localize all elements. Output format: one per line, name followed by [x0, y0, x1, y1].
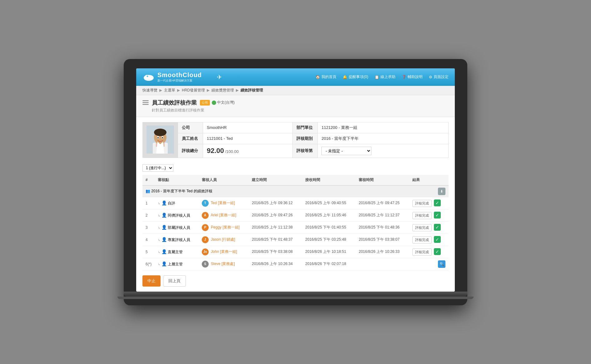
row-6-result: 🔍 [409, 258, 449, 270]
reviewer-link-3[interactable]: Peggy [業務一組] [211, 225, 240, 229]
row-5-checkpoint: ↳ 👤 直屬主管 [155, 246, 198, 258]
abort-button[interactable]: 中止 [142, 275, 161, 287]
settings-icon: ⚙ [429, 75, 432, 79]
row-5-review-time: 2016/8/26 上午 10:26:33 [355, 246, 409, 258]
row-1-checkpoint: ↳ 👤 自評 [155, 197, 198, 209]
menu-icon[interactable] [142, 100, 149, 105]
row-5-status-btn[interactable]: 評核完成 [412, 248, 432, 256]
row-2-checkpoint: ↳ 👤 同儕評核人員 [155, 209, 198, 221]
workflow-table: # 審核點 審核人員 建立時間 接收時間 審核時間 結果 [142, 175, 449, 270]
score-max: /100.00 [225, 149, 239, 154]
nav-alerts[interactable]: 🔔 提醒事項(0) [343, 74, 368, 80]
row-5-create-time: 2016/8/25 下午 03:38:08 [249, 246, 302, 258]
row-1-review-time: 2016/8/25 上午 09:47:25 [355, 197, 409, 209]
workflow-row-5: 5 ↳ 👤 直屬主管 Jo John [業務一組] 2016/8/25 下午 0… [142, 246, 449, 258]
row-3-reviewer: P Peggy [業務一組] [199, 221, 249, 234]
row-6-reviewer: S Steve [業務處] [199, 258, 249, 270]
nav-home-label: 我的首頁 [321, 74, 336, 80]
user-icon-1: 👤 [161, 200, 167, 205]
company-badge: 公司 [200, 100, 210, 106]
nav-help-online-label: 線上求助 [380, 74, 395, 80]
reviewer-link-2[interactable]: Ariel [業務一組] [211, 213, 236, 217]
col-result: 結果 [409, 175, 449, 185]
row-1-reviewer: T Ted [業務一組] [199, 197, 249, 209]
nav-home[interactable]: 🏠 我的首頁 [315, 74, 336, 80]
user-icon-2: 👤 [161, 213, 167, 218]
row-3-num: 3 [142, 221, 155, 234]
company-value: SmoothHR [203, 122, 293, 133]
help-icon: 📋 [375, 75, 379, 79]
reviewer-avatar-5: Jo [202, 248, 209, 255]
grade-cell: - 未指定 - [318, 144, 449, 158]
row-4-checkpoint: ↳ 👤 專案評核人員 [155, 234, 198, 246]
row-6-search-btn[interactable]: 🔍 [438, 260, 445, 268]
stage-select[interactable]: 1 (進行中...) [142, 164, 173, 172]
row-2-status-btn[interactable]: 評核完成 [412, 212, 432, 219]
home-icon: 🏠 [315, 75, 320, 79]
reviewer-link-4[interactable]: Jason [行銷處] [211, 237, 235, 242]
nav-help[interactable]: ❓ 輔助說明 [402, 74, 423, 80]
dept-label: 部門單位 [293, 122, 318, 133]
row-3-result: 評核完成 ✓ [409, 221, 449, 234]
svg-point-2 [148, 75, 153, 79]
name-label: 員工姓名 [178, 133, 203, 144]
row-4-status-btn[interactable]: 評核完成 [412, 236, 432, 243]
question-icon: ❓ [402, 75, 406, 79]
reviewer-avatar-4: J [202, 236, 209, 243]
row-3-check-icon: ✓ [434, 224, 441, 231]
plane-icon: ✈ [217, 73, 222, 81]
company-label: 公司 [178, 122, 203, 133]
breadcrumb: 快速導覽 ▶ 主選單 ▶ HRD發展管理 ▶ 績效獎懲管理 ▶ 績效評核管理 [136, 86, 455, 95]
back-button[interactable]: 回上頁 [163, 275, 186, 287]
col-reviewer: 審核人員 [199, 175, 249, 185]
grade-select[interactable]: - 未指定 - [321, 147, 371, 155]
page-title: 員工績效評核作業 [152, 99, 197, 106]
nav-settings[interactable]: ⚙ 頁面設定 [429, 74, 449, 80]
logo-icon [142, 71, 155, 83]
user-icon-3: 👤 [161, 225, 167, 230]
user-icon-5: 👤 [161, 249, 167, 254]
reviewer-link-5[interactable]: John [業務一組] [211, 249, 237, 254]
dept-value: 1121200 - 業務一組 [318, 122, 449, 133]
reviewer-link-6[interactable]: Steve [業務處] [211, 262, 235, 266]
top-nav: 🏠 我的首頁 🔔 提醒事項(0) 📋 線上求助 ❓ 輔助說明 ⚙ 頁面 [315, 74, 449, 80]
row-5-check-icon: ✓ [434, 248, 441, 255]
score-cell: 92.00 /100.00 [203, 144, 293, 158]
nav-help-online[interactable]: 📋 線上求助 [375, 74, 395, 80]
row-2-reviewer: A Ariel [業務一組] [199, 209, 249, 221]
row-5-receive-time: 2016/8/26 上午 10:18:51 [302, 246, 355, 258]
row-2-num: 2 [142, 209, 155, 221]
reviewer-avatar-2: A [202, 212, 209, 219]
export-button[interactable]: ⬇ [438, 188, 445, 195]
row-6-checkpoint: ↳ 👤 上層主管 [155, 258, 198, 270]
score-value: 92.00 [207, 147, 224, 155]
breadcrumb-item-2[interactable]: HRD發展管理 [182, 88, 205, 93]
row-3-create-time: 2016/8/25 上午 11:12:38 [249, 221, 302, 234]
row-1-receive-time: 2016/8/25 上午 09:40:55 [302, 197, 355, 209]
nav-settings-label: 頁面設定 [434, 74, 449, 80]
breadcrumb-sep-1: ▶ [177, 88, 180, 92]
row-2-result: 評核完成 ✓ [409, 209, 449, 221]
breadcrumb-item-0[interactable]: 快速導覽 [142, 88, 157, 93]
row-4-checkpoint-name: 專案評核人員 [168, 238, 190, 242]
col-review-time: 審核時間 [355, 175, 409, 185]
lang-badge: 中文(台灣) [212, 100, 235, 105]
main-content: 公司 SmoothHR 部門單位 1121200 - 業務一組 員工姓名 112… [136, 117, 455, 292]
workflow-row-2: 2 ↳ 👤 同儕評核人員 A Ariel [業務一組] 2016/8/25 上午… [142, 209, 449, 221]
row-1-status-btn[interactable]: 評核完成 [412, 200, 432, 207]
page-title-area: 員工績效評核作業 公司 中文(台灣) 針對員工績效目標進行評核作業 [136, 95, 455, 117]
svg-point-8 [154, 129, 166, 136]
row-3-status-btn[interactable]: 評核完成 [412, 224, 432, 231]
breadcrumb-item-1[interactable]: 主選單 [164, 88, 175, 93]
grade-label: 評核等第 [293, 144, 318, 158]
laptop-foot [117, 297, 474, 299]
breadcrumb-item-3[interactable]: 績效獎懲管理 [211, 88, 234, 93]
workflow-section: 1 (進行中...) # 審核點 審核人員 建立時間 接收時間 審核時間 結果 [142, 164, 449, 270]
reviewer-avatar-1: T [202, 200, 209, 207]
row-1-result: 評核完成 ✓ [409, 197, 449, 209]
reviewer-link-1[interactable]: Ted [業務一組] [211, 201, 235, 205]
row-3-review-time: 2016/8/25 下午 01:48:36 [355, 221, 409, 234]
employee-photo-cell [143, 122, 178, 158]
arrow-icon-1: ↳ [158, 202, 160, 205]
row-3-receive-time: 2016/8/25 下午 01:40:55 [302, 221, 355, 234]
